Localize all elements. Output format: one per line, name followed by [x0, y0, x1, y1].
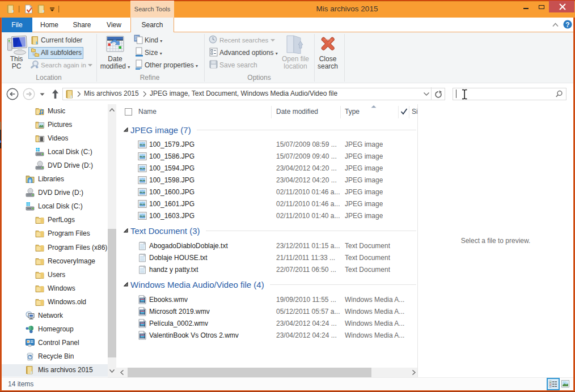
svg-text:?: ? [565, 21, 569, 29]
